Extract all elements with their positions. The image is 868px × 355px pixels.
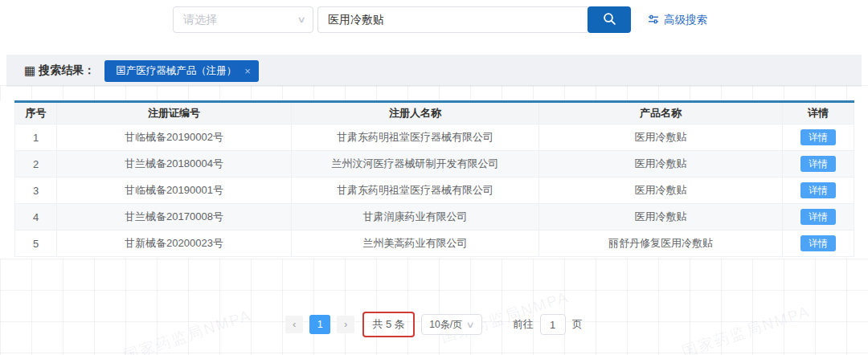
- header-product: 产品名称: [539, 102, 783, 124]
- cell-registrant: 甘肃东药明祖堂医疗器械有限公司: [292, 178, 539, 204]
- detail-button[interactable]: 详情: [800, 182, 836, 198]
- table-body: 1 甘临械备20190002号 甘肃东药明祖堂医疗器械有限公司 医用冷敷贴 详情…: [15, 124, 854, 257]
- results-table: 序号 注册证编号 注册人名称 产品名称 详情 1 甘临械备20190002号 甘…: [14, 100, 854, 257]
- category-select-placeholder: 请选择: [183, 13, 217, 27]
- page-unit-label: 页: [572, 317, 583, 332]
- cell-detail: 详情: [783, 151, 854, 178]
- page-size-select[interactable]: 10条/页 ∨: [421, 314, 482, 335]
- keyword-input[interactable]: [317, 6, 588, 33]
- cell-cert-no: 甘新械备20200023号: [57, 231, 292, 257]
- cell-no: 3: [15, 178, 57, 204]
- cell-no: 4: [15, 204, 57, 231]
- total-count-label: 共 5 条: [372, 318, 404, 330]
- table-header: 序号 注册证编号 注册人名称 产品名称 详情: [15, 102, 854, 124]
- detail-button[interactable]: 详情: [800, 156, 836, 172]
- cell-no: 1: [15, 124, 57, 151]
- cell-cert-no: 甘兰械备20170008号: [57, 204, 292, 231]
- results-strip: ▦ 搜索结果： 国产医疗器械产品（注册） ×: [6, 55, 862, 87]
- filter-tag[interactable]: 国产医疗器械产品（注册） ×: [104, 60, 259, 82]
- cell-detail: 详情: [783, 178, 854, 204]
- grid-watermark-strip: [0, 85, 868, 100]
- cell-product: 医用冷敷贴: [539, 151, 783, 178]
- search-results-page: 请选择 ∨ 高级搜索 ▦ 搜索结果： 国产医疗器械产品（注册） ×: [0, 0, 868, 355]
- goto-page-input[interactable]: [540, 314, 566, 335]
- cell-product: 医用冷敷贴: [539, 204, 783, 231]
- cell-cert-no: 甘临械备20190001号: [57, 178, 292, 204]
- cell-registrant: 甘肃东药明祖堂医疗器械有限公司: [292, 124, 539, 151]
- table-row: 2 甘兰械备20180004号 兰州汶河医疗器械研制开发有限公司 医用冷敷贴 详…: [15, 151, 854, 178]
- close-icon[interactable]: ×: [244, 65, 251, 77]
- goto-label: 前往: [513, 317, 534, 332]
- cell-registrant: 兰州美蒿药业有限公司: [292, 231, 539, 257]
- cell-product: 医用冷敷贴: [539, 124, 783, 151]
- cell-product: 医用冷敷贴: [539, 178, 783, 204]
- advanced-search-link[interactable]: 高级搜索: [648, 11, 707, 29]
- table-row: 1 甘临械备20190002号 甘肃东药明祖堂医疗器械有限公司 医用冷敷贴 详情: [15, 124, 854, 151]
- cell-registrant: 甘肃润康药业有限公司: [292, 204, 539, 231]
- next-page-button[interactable]: ›: [337, 316, 354, 333]
- chevron-down-icon: ∨: [465, 320, 474, 330]
- cell-detail: 详情: [783, 204, 854, 231]
- cell-registrant: 兰州汶河医疗器械研制开发有限公司: [292, 151, 539, 178]
- chevron-down-icon: ∨: [297, 14, 305, 25]
- annotation-red-box: 共 5 条: [362, 312, 414, 337]
- grid-icon: ▦: [24, 63, 35, 78]
- category-select[interactable]: 请选择 ∨: [173, 6, 313, 33]
- search-icon: [603, 12, 616, 28]
- advanced-search-label: 高级搜索: [664, 13, 707, 27]
- pagination: ‹ 1 › 共 5 条 10条/页 ∨ 前往 页: [0, 312, 868, 337]
- cell-no: 2: [15, 151, 57, 178]
- filter-sliders-icon: [648, 14, 659, 27]
- cell-product: 丽舒丹修复医用冷敷贴: [539, 231, 783, 257]
- grid-watermark-zone: [0, 259, 868, 355]
- cell-cert-no: 甘临械备20190002号: [57, 124, 292, 151]
- filter-tag-label: 国产医疗器械产品（注册）: [116, 64, 236, 78]
- results-label: 搜索结果：: [39, 63, 95, 78]
- table-row: 3 甘临械备20190001号 甘肃东药明祖堂医疗器械有限公司 医用冷敷贴 详情: [15, 178, 854, 204]
- header-detail: 详情: [783, 102, 854, 124]
- header-no: 序号: [15, 102, 57, 124]
- search-button[interactable]: [588, 6, 631, 33]
- table-row: 5 甘新械备20200023号 兰州美蒿药业有限公司 丽舒丹修复医用冷敷贴 详情: [15, 231, 854, 257]
- header-cert-no: 注册证编号: [57, 102, 292, 124]
- detail-button[interactable]: 详情: [800, 129, 836, 145]
- header-registrant: 注册人名称: [292, 102, 539, 124]
- cell-no: 5: [15, 231, 57, 257]
- cell-detail: 详情: [783, 124, 854, 151]
- cell-detail: 详情: [783, 231, 854, 257]
- detail-button[interactable]: 详情: [800, 235, 836, 251]
- prev-page-button[interactable]: ‹: [285, 316, 303, 333]
- cell-cert-no: 甘兰械备20180004号: [57, 151, 292, 178]
- table-row: 4 甘兰械备20170008号 甘肃润康药业有限公司 医用冷敷贴 详情: [15, 204, 854, 231]
- page-size-value: 10条/页: [429, 318, 462, 332]
- page-1-button[interactable]: 1: [309, 315, 330, 334]
- detail-button[interactable]: 详情: [800, 209, 836, 225]
